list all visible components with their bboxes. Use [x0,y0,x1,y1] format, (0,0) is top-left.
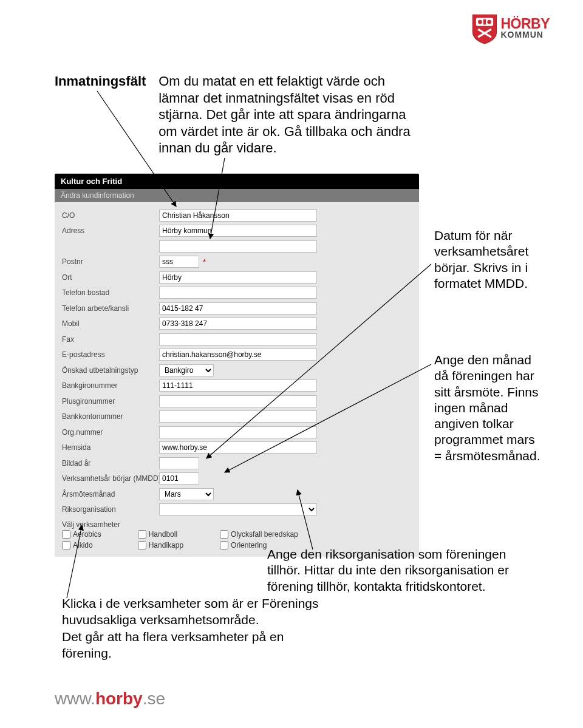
input-verkborjar[interactable] [159,472,199,485]
input-orgnr[interactable] [159,426,317,438]
svg-rect-3 [483,19,486,25]
label-bildad: Bildad år [62,459,159,468]
label-riksorg: Riksorganisation [62,505,159,514]
callout-arsmote: Ange den månad då föreningen har sitt år… [434,352,544,464]
label-plusgiro: Plusgironummer [62,397,159,406]
footer-url: www.horby.se [55,689,165,709]
label-orgnr: Org.nummer [62,428,159,437]
check-handikapp[interactable]: Handikapp [138,541,183,549]
input-postnr[interactable] [159,256,199,268]
input-bankgiro[interactable] [159,379,317,392]
logo-text-top: HÖRBY [500,18,550,31]
checks-label: Välj verksamheter [62,520,412,529]
input-plusgiro[interactable] [159,395,317,407]
svg-point-1 [479,20,483,24]
intro-block: Inmatningsfält Om du matat en ett felakt… [55,73,443,157]
callout-verksamheter: Klicka i de verksamheter som är er Fören… [62,595,323,661]
label-co: C/O [62,211,159,220]
label-arsmote: Årsmötesmånad [62,490,159,498]
label-telbostad: Telefon bostad [62,288,159,297]
form-subheader: Ändra kundinformation [55,189,419,202]
intro-body: Om du matat en ett felaktigt värde och l… [159,73,426,157]
input-mobil[interactable] [159,318,317,330]
label-fax: Fax [62,335,159,344]
input-hemsida[interactable] [159,441,317,454]
label-mobil: Mobil [62,319,159,328]
label-epost: E-postadress [62,350,159,359]
logo: HÖRBY KOMMUN [471,13,550,44]
callout-date-format: Datum för när verksamhetsåret börjar. Sk… [434,228,540,291]
label-utbet: Önskad utbetalningstyp [62,366,159,375]
input-bankkonto[interactable] [159,410,317,423]
shield-icon [471,13,498,44]
svg-point-2 [488,20,492,24]
label-postnr: Postnr [62,257,159,266]
label-hemsida: Hemsida [62,443,159,452]
input-adress2[interactable] [159,240,317,253]
label-adress: Adress [62,226,159,235]
check-olycksfall[interactable]: Olycksfall beredskap [220,530,298,539]
callout-riksorg: Ange den riksorganisation som föreningen… [267,546,510,594]
required-star-icon: * [203,257,206,267]
label-bankkonto: Bankkontonummer [62,412,159,421]
input-adress[interactable] [159,225,317,237]
input-telbostad[interactable] [159,287,317,299]
check-aikido[interactable]: Aikido [62,541,101,549]
form-screenshot: Kultur och Fritid Ändra kundinformation … [55,174,419,557]
input-co[interactable] [159,209,317,222]
check-handboll[interactable]: Handboll [138,530,183,539]
select-riksorg[interactable] [159,503,317,515]
form-header: Kultur och Fritid [55,174,419,189]
select-arsmote[interactable]: Mars [159,488,214,500]
input-epost[interactable] [159,349,317,361]
select-utbet[interactable]: Bankgiro [159,364,214,376]
input-telarbete[interactable] [159,302,317,315]
label-telarbete: Telefon arbete/kansli [62,304,159,313]
logo-text-bot: KOMMUN [500,31,550,39]
label-bankgiro: Bankgironummer [62,381,159,390]
label-ort: Ort [62,273,159,282]
input-fax[interactable] [159,333,317,345]
check-aerobics[interactable]: Aerobics [62,530,101,539]
input-bildad[interactable] [159,457,199,469]
input-ort[interactable] [159,271,317,284]
intro-label: Inmatningsfält [55,73,146,89]
